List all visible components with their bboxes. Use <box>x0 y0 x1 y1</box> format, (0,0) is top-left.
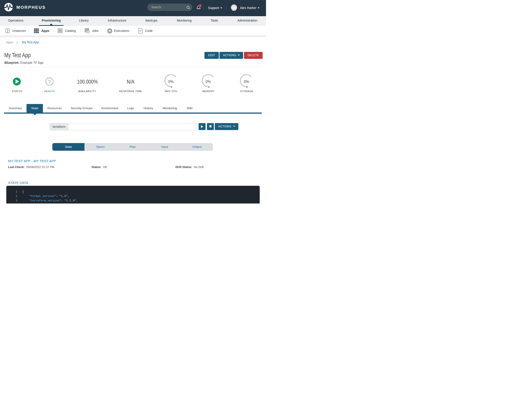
svg-text:?: ? <box>48 79 51 84</box>
